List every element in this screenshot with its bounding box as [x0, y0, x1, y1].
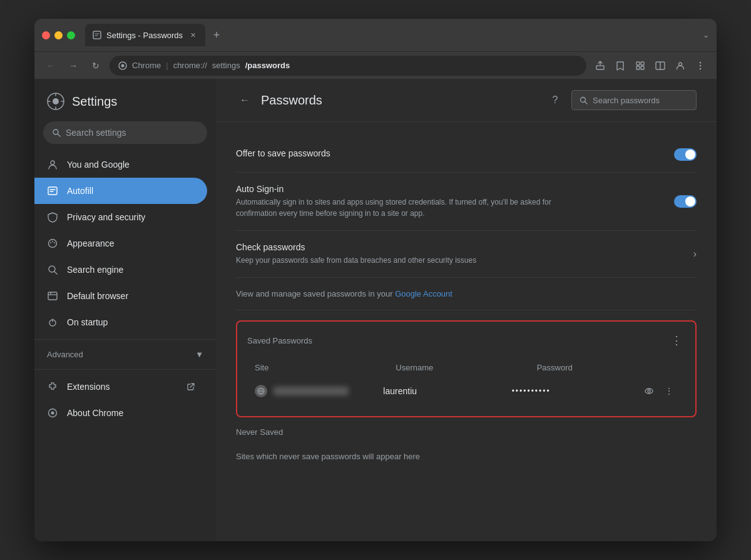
svg-point-23	[49, 266, 55, 272]
svg-rect-18	[48, 187, 57, 195]
reload-button[interactable]: ↻	[87, 57, 105, 74]
tab-close-button[interactable]: ✕	[188, 30, 198, 40]
search-settings-bar[interactable]: Search settings	[43, 121, 207, 144]
chrome-icon	[47, 407, 58, 419]
svg-line-33	[585, 101, 588, 104]
svg-rect-25	[48, 292, 57, 300]
sidebar-item-privacy[interactable]: Privacy and security	[34, 204, 207, 230]
show-password-button[interactable]	[640, 382, 658, 400]
never-saved-title: Never Saved	[236, 427, 697, 437]
sidebar-item-search-engine[interactable]: Search engine	[34, 257, 207, 283]
svg-point-10	[700, 61, 702, 63]
offer-save-toggle[interactable]	[674, 148, 697, 161]
svg-point-22	[54, 242, 55, 243]
sidebar-item-label: You and Google	[67, 160, 130, 170]
check-passwords-arrow-icon[interactable]: ›	[693, 248, 697, 260]
url-bar[interactable]: Chrome | chrome://settings/passwords	[110, 56, 586, 76]
passwords-title: Passwords	[261, 93, 539, 108]
extensions-icon[interactable]	[631, 57, 649, 74]
offer-save-info: Offer to save passwords	[236, 148, 674, 161]
never-saved-section: Never Saved Sites which never save passw…	[236, 427, 697, 469]
tab-expand-icon[interactable]: ⌄	[703, 31, 709, 39]
sidebar-item-default-browser[interactable]: Default browser	[34, 283, 207, 309]
svg-point-21	[52, 241, 53, 242]
toolbar-icons	[591, 57, 709, 74]
active-tab[interactable]: Settings - Passwords ✕	[85, 24, 205, 46]
url-bold-path: /passwords	[245, 61, 290, 70]
column-site: Site	[255, 363, 391, 372]
sidebar-item-autofill[interactable]: Autofill	[34, 178, 207, 204]
puzzle-icon	[47, 381, 58, 392]
column-username: Username	[396, 363, 531, 372]
sidebar-item-about-chrome[interactable]: About Chrome	[34, 400, 207, 426]
svg-rect-5	[636, 66, 640, 69]
auto-signin-row: Auto Sign-in Automatically sign in to si…	[236, 173, 697, 231]
more-options-icon[interactable]	[692, 57, 709, 74]
check-passwords-info: Check passwords Keep your passwords safe…	[236, 242, 693, 266]
sidebar-item-label: Default browser	[67, 291, 128, 301]
row-actions: ⋮	[640, 382, 678, 400]
title-bar: Settings - Passwords ✕ + ⌄	[34, 19, 717, 51]
sidebar-item-label: Search engine	[67, 265, 123, 275]
sidebar-item-appearance[interactable]: Appearance	[34, 230, 207, 257]
search-passwords-bar[interactable]: Search passwords	[571, 90, 697, 110]
password-row-more-button[interactable]: ⋮	[660, 382, 678, 400]
google-account-text: View and manage saved passwords in your	[236, 289, 395, 298]
svg-point-11	[700, 64, 702, 66]
check-passwords-label: Check passwords	[236, 242, 693, 252]
power-icon	[47, 317, 58, 328]
sidebar-item-label: Autofill	[67, 186, 93, 196]
chevron-down-icon: ▼	[195, 350, 203, 359]
minimize-button[interactable]	[54, 31, 63, 39]
new-tab-button[interactable]: +	[208, 26, 225, 44]
sidebar: Settings Search settings You and Google	[34, 79, 216, 541]
split-view-icon[interactable]	[651, 57, 669, 74]
auto-signin-label: Auto Sign-in	[236, 184, 674, 194]
help-button[interactable]: ?	[546, 91, 564, 109]
advanced-section[interactable]: Advanced ▼	[34, 344, 216, 365]
svg-point-36	[648, 390, 650, 392]
back-nav-button[interactable]: ←	[42, 57, 59, 74]
svg-point-31	[51, 412, 54, 415]
auto-signin-info: Auto Sign-in Automatically sign in to si…	[236, 184, 674, 219]
saved-passwords-header: Saved Passwords ⋮	[247, 332, 685, 349]
sidebar-item-you-and-google[interactable]: You and Google	[34, 151, 207, 178]
offer-save-row: Offer to save passwords	[236, 137, 697, 173]
content-area: Settings Search settings You and Google	[34, 79, 717, 541]
chrome-logo-icon	[118, 61, 127, 70]
browser-window: Settings - Passwords ✕ + ⌄ ← → ↻ Chrome …	[34, 19, 717, 541]
svg-point-12	[700, 68, 702, 69]
sidebar-item-label: About Chrome	[67, 408, 123, 418]
svg-point-14	[53, 98, 59, 104]
sidebar-divider-2	[34, 369, 216, 370]
check-passwords-row: Check passwords Keep your passwords safe…	[236, 231, 697, 278]
password-dots: ••••••••••	[512, 387, 551, 395]
profile-icon[interactable]	[672, 57, 689, 74]
sidebar-item-label: On startup	[67, 317, 108, 327]
google-account-row: View and manage saved passwords in your …	[236, 278, 697, 310]
sidebar-item-extensions[interactable]: Extensions	[34, 374, 207, 400]
maximize-button[interactable]	[67, 31, 75, 39]
never-saved-empty-text: Sites which never save passwords will ap…	[236, 444, 697, 469]
svg-rect-3	[636, 62, 640, 65]
address-bar: ← → ↻ Chrome | chrome://settings/passwor…	[34, 51, 717, 79]
share-icon[interactable]	[591, 57, 609, 74]
sidebar-item-label: Extensions	[67, 382, 110, 392]
back-button[interactable]: ←	[236, 91, 253, 109]
traffic-lights	[42, 31, 75, 39]
saved-passwords-more-button[interactable]: ⋮	[668, 332, 685, 349]
sidebar-item-on-startup[interactable]: On startup	[34, 309, 207, 335]
auto-signin-toggle[interactable]	[674, 195, 697, 208]
bookmark-icon[interactable]	[611, 57, 629, 74]
forward-nav-button[interactable]: →	[64, 57, 82, 74]
settings-header: Settings	[34, 84, 216, 119]
advanced-label: Advanced	[47, 350, 83, 359]
sidebar-item-label: Privacy and security	[67, 212, 145, 222]
password-cell: ••••••••••	[512, 387, 635, 395]
password-row: laurentiu ••••••••••	[247, 376, 685, 406]
google-account-link[interactable]: Google Account	[395, 289, 452, 298]
tab-bar: Settings - Passwords ✕ +	[85, 24, 698, 46]
close-button[interactable]	[42, 31, 50, 39]
external-link-icon	[187, 383, 195, 390]
site-favicon-icon	[255, 385, 267, 397]
